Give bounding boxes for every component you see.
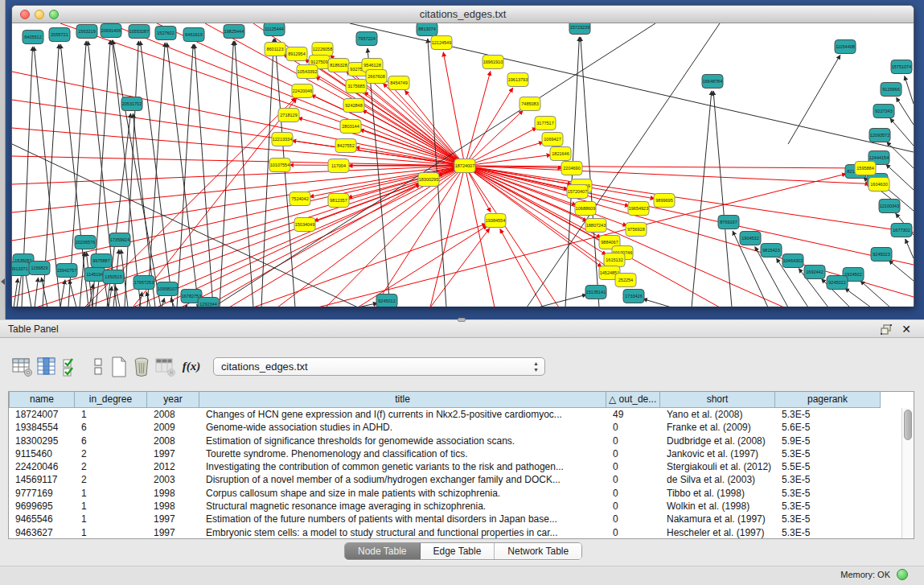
citation-edge-red[interactable] (500, 229, 543, 307)
table-vertical-scrollbar[interactable] (901, 408, 914, 538)
scrollbar-thumb[interactable] (904, 410, 912, 440)
graph-node-yellow[interactable]: 1069427 (542, 133, 563, 146)
graph-node-yellow[interactable]: 10107554 (269, 159, 290, 172)
graph-node-yellow[interactable]: 1595884 (855, 162, 876, 175)
graph-node-teal[interactable]: 6405512 (23, 31, 43, 44)
row-height-icon[interactable] (87, 356, 109, 378)
graph-node-teal[interactable]: 9975887 (91, 254, 112, 268)
citation-edge-black[interactable] (889, 261, 914, 281)
graph-node-teal[interactable]: 10553287 (129, 25, 150, 39)
graph-node-teal[interactable]: 1904532 (740, 232, 761, 245)
citation-edge-black[interactable] (887, 142, 914, 168)
graph-node-teal[interactable]: 1692442 (804, 266, 825, 279)
graph-node-yellow[interactable]: 1821646 (550, 147, 571, 161)
citation-edge-black[interactable] (220, 41, 233, 307)
graph-node-yellow[interactable]: 19384554 (485, 214, 506, 228)
graph-node-teal[interactable]: 9245012 (376, 295, 397, 307)
table-row[interactable]: 946554611997Estimation of the future num… (9, 513, 901, 525)
graph-node-teal[interactable]: 19825444 (224, 25, 244, 39)
graph-node-yellow[interactable]: 10688609 (575, 202, 596, 216)
graph-node-hub[interactable]: 18724007 (454, 159, 475, 173)
graph-node-teal[interactable]: 1145194 (84, 268, 105, 282)
citation-edge-black[interactable] (166, 43, 199, 307)
graph-node-teal[interactable]: 8769197 (718, 216, 739, 229)
tab-node-table[interactable]: Node Table (345, 543, 421, 560)
graph-node-yellow[interactable]: 10543392 (297, 65, 318, 79)
citation-edge-black[interactable] (788, 55, 840, 144)
column-header-out_de[interactable]: △ out_de... (606, 392, 660, 408)
graph-node-teal[interactable]: 1677302 (891, 224, 912, 237)
graph-node-yellow[interactable]: 8186328 (328, 59, 349, 72)
graph-node-teal[interactable]: 15723239 (569, 23, 590, 35)
citation-edge-red[interactable] (465, 72, 491, 166)
citation-edge-red[interactable] (430, 229, 490, 307)
citation-edge-red[interactable] (326, 166, 465, 307)
network-graph[interactable]: 6405512205572115632192069140610553287152… (12, 23, 914, 307)
graph-node-teal[interactable]: 20691406 (101, 24, 121, 38)
citation-edge-red[interactable] (133, 98, 297, 307)
graph-node-yellow[interactable]: 18807243 (585, 219, 606, 233)
graph-node-teal[interactable]: 9815423 (761, 244, 782, 257)
new-table-icon[interactable] (108, 356, 130, 378)
table-row[interactable]: 946362711997Embryonic stem cells: a mode… (9, 526, 901, 539)
graph-node-yellow[interactable]: 9899695 (654, 194, 675, 208)
graph-node-yellow[interactable]: 12213334 (272, 133, 293, 146)
table-header-row[interactable]: namein_degreeyeartitle△ out_de...shortpa… (9, 392, 881, 408)
graph-node-teal[interactable]: 1156829 (29, 262, 50, 275)
table-row[interactable]: 977716911998Corpus callosum shape and si… (9, 487, 901, 500)
graph-node-teal[interactable]: 16648784 (702, 75, 723, 89)
column-header-in_degree[interactable]: in_degree (75, 392, 147, 408)
graph-node-yellow[interactable]: 15720407 (567, 185, 588, 199)
graph-node-teal[interactable]: 20531702 (121, 97, 142, 111)
graph-node-teal[interactable]: 11125444 (264, 23, 285, 36)
citation-edge-black[interactable] (69, 280, 76, 307)
citation-edge-black[interactable] (886, 164, 914, 190)
citation-edge-black[interactable] (162, 298, 165, 307)
tab-edge-table[interactable]: Edge Table (421, 543, 495, 560)
graph-node-yellow[interactable]: 9812357 (328, 194, 349, 208)
citation-edge-black[interactable] (35, 278, 39, 307)
graph-node-teal[interactable]: 20206576 (75, 236, 96, 249)
graph-node-teal[interactable]: 15751074 (891, 60, 912, 74)
graph-node-teal[interactable]: 6461619 (183, 28, 204, 42)
graph-node-teal[interactable]: 17359924 (109, 233, 130, 247)
graph-node-yellow[interactable]: 22420046 (292, 84, 313, 98)
column-header-year[interactable]: year (147, 392, 199, 408)
graph-node-teal[interactable]: 8813074 (417, 23, 437, 36)
citation-edge-red[interactable] (465, 155, 551, 166)
citation-edge-black[interactable] (905, 76, 914, 104)
column-header-pagerank[interactable]: pagerank (775, 392, 881, 408)
citation-edge-black[interactable] (80, 252, 84, 307)
table-row[interactable]: 1938455462009Genome-wide association stu… (9, 421, 901, 434)
graph-node-yellow[interactable]: 18300295 (418, 173, 439, 187)
graph-node-yellow[interactable]: 7524042 (290, 192, 310, 206)
graph-node-yellow[interactable]: 8427552 (335, 139, 356, 153)
citation-edge-black[interactable] (538, 295, 586, 307)
citation-edge-red[interactable] (465, 166, 495, 307)
citation-edge-black[interactable] (643, 299, 671, 307)
graph-node-teal[interactable]: 3913371 (12, 262, 30, 276)
table-body[interactable]: 1872400712008Changes of HCN gene express… (9, 408, 901, 538)
graph-node-teal[interactable]: 17957253 (133, 276, 154, 290)
citation-edge-red[interactable] (358, 225, 487, 307)
graph-node-yellow[interactable]: 7485083 (519, 97, 540, 111)
graph-node-yellow[interactable]: 12226058 (312, 43, 333, 56)
citation-edge-black[interactable] (147, 43, 165, 307)
graph-node-teal[interactable]: 7957224 (356, 32, 377, 46)
citation-edge-black[interactable] (140, 41, 173, 307)
graph-node-teal[interactable]: 9245023 (871, 248, 892, 262)
graph-node-yellow[interactable]: 16961910 (483, 56, 503, 69)
citation-edge-black[interactable] (60, 280, 65, 307)
delete-table-trash-icon[interactable] (130, 356, 153, 378)
graph-node-yellow[interactable]: 2667608 (366, 70, 387, 84)
graph-node-yellow[interactable]: 1604630 (869, 178, 889, 192)
select-attributes-icon[interactable] (61, 356, 84, 378)
column-header-title[interactable]: title (199, 392, 606, 408)
graph-node-teal[interactable]: 12100343 (879, 200, 900, 213)
column-header-name[interactable]: name (9, 392, 75, 408)
graph-node-yellow[interactable]: 9756928 (626, 223, 647, 237)
graph-node-yellow[interactable]: 9242848 (343, 99, 364, 113)
panel-resize-handle[interactable] (458, 318, 466, 322)
graph-node-teal[interactable]: 9129966 (881, 83, 901, 97)
graph-node-yellow[interactable]: 2718129 (278, 109, 299, 122)
